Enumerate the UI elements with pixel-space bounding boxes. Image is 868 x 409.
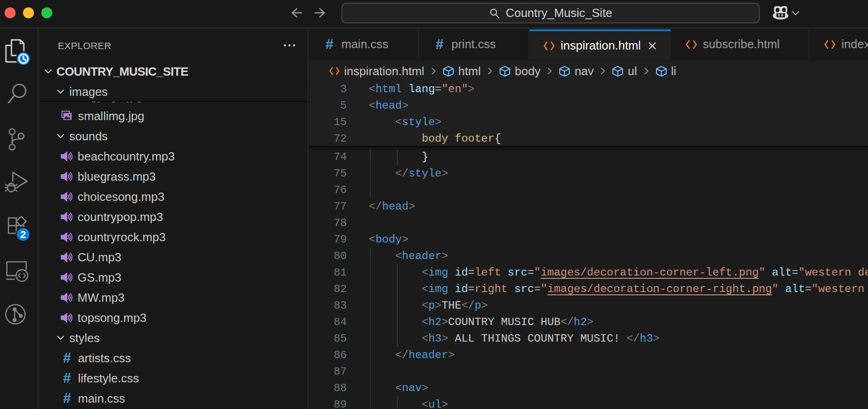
svg-text:2: 2 [20,229,26,240]
